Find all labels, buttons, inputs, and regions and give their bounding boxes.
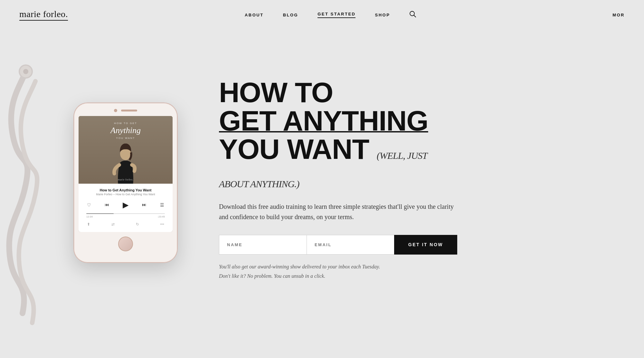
cables-decoration — [0, 55, 64, 345]
shuffle-icon[interactable]: ⇄ — [111, 222, 115, 227]
nav: ABOUT BLOG GET STARTED SHOP — [245, 11, 416, 19]
phone-screen: HOW TO GET Anything YOU WANT — [79, 116, 173, 232]
player-track-subtitle: Marie Forleo – How to Get Anything You W… — [84, 193, 167, 196]
nav-more: MOR — [612, 13, 625, 17]
submit-button[interactable]: GET IT NOW — [394, 235, 457, 255]
player-bottom-bar: ⬆ ⇄ ↻ ••• — [84, 221, 167, 229]
right-content: HOW TO GET ANYTHING YOU WANT (Well, just… — [187, 78, 477, 281]
search-icon[interactable] — [409, 11, 416, 19]
player-track-title: How to Get Anything You Want — [84, 188, 167, 192]
phone-mockup: HOW TO GET Anything YOU WANT — [64, 103, 187, 262]
player-controls: ♡ ⏮ ▶ ⏭ ☰ — [84, 200, 167, 209]
nav-item-get-started[interactable]: GET STARTED — [317, 12, 355, 18]
player-progress: 12:34 -23:45 — [86, 213, 165, 218]
nav-item-blog[interactable]: BLOG — [283, 13, 298, 17]
phone-speaker — [121, 110, 137, 111]
repeat-icon[interactable]: ↻ — [136, 222, 139, 227]
play-icon[interactable]: ▶ — [123, 200, 128, 209]
cover-top-text: HOW TO GET — [114, 122, 137, 125]
signup-form: GET IT NOW — [219, 235, 457, 255]
cover-title: Anything — [110, 126, 141, 135]
description: Download this free audio training to lea… — [219, 201, 457, 222]
phone-top-bar — [79, 109, 173, 112]
name-input[interactable] — [219, 235, 307, 255]
headline-line1: HOW TO — [219, 78, 457, 107]
rewind-icon[interactable]: ⏮ — [105, 202, 109, 208]
current-time: 12:34 — [86, 215, 93, 218]
fine-print-line2: Don't like it? No problem. You can unsub… — [219, 272, 438, 281]
main-content: HOW TO GET Anything YOU WANT — [0, 30, 644, 336]
svg-point-2 — [19, 65, 32, 78]
share-icon[interactable]: ⬆ — [87, 222, 90, 227]
podcast-cover: HOW TO GET Anything YOU WANT — [79, 116, 173, 184]
email-input[interactable] — [307, 235, 394, 255]
progress-fill — [86, 213, 114, 214]
headline-line3: YOU WANT (Well, just about anything.) — [219, 135, 457, 192]
podcast-brand: marie forleo. — [118, 178, 133, 181]
svg-point-3 — [23, 69, 28, 74]
nav-item-shop[interactable]: SHOP — [375, 13, 390, 17]
phone-player: How to Get Anything You Want Marie Forle… — [79, 184, 173, 232]
queue-icon[interactable]: ☰ — [160, 202, 164, 208]
svg-line-1 — [414, 15, 416, 17]
nav-item-about[interactable]: ABOUT — [245, 13, 264, 17]
person-illustration — [79, 139, 173, 184]
phone-frame: HOW TO GET Anything YOU WANT — [74, 103, 177, 262]
fine-print: You'll also get our award-winning show d… — [219, 262, 438, 281]
headline-line2: GET ANYTHING — [219, 107, 457, 135]
fast-forward-icon[interactable]: ⏭ — [142, 202, 147, 208]
phone-home-button[interactable] — [118, 237, 133, 251]
header: marie forleo. ABOUT BLOG GET STARTED SHO… — [0, 0, 644, 30]
more-icon[interactable]: ••• — [160, 222, 164, 227]
total-time: -23:45 — [157, 215, 165, 218]
phone-camera — [114, 109, 117, 112]
headline: HOW TO GET ANYTHING YOU WANT (Well, just… — [219, 78, 457, 192]
player-time: 12:34 -23:45 — [86, 215, 165, 218]
logo[interactable]: marie forleo. — [19, 9, 68, 21]
heart-icon[interactable]: ♡ — [87, 202, 91, 208]
fine-print-line1: You'll also get our award-winning show d… — [219, 262, 438, 272]
